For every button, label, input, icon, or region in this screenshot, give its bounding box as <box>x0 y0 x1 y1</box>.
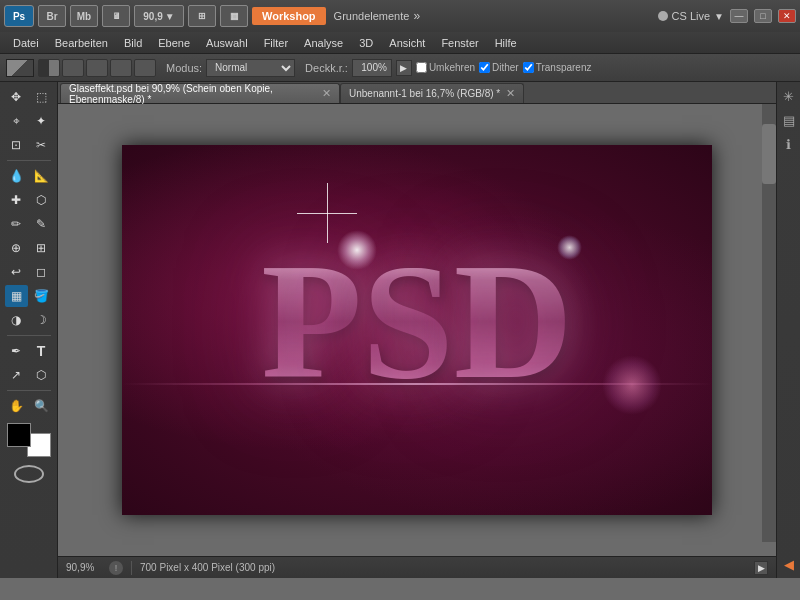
shape-btn-3[interactable] <box>86 59 108 77</box>
view-icon[interactable]: ⊞ <box>188 5 216 27</box>
lasso-tool[interactable]: ⌖ <box>5 110 28 132</box>
blur-tool[interactable]: ◑ <box>5 309 28 331</box>
shape-btn-5[interactable] <box>134 59 156 77</box>
history-tools: ↩ ◻ <box>5 261 53 283</box>
dither-checkbox-label[interactable]: Dither <box>479 62 519 73</box>
ps-logo: Ps <box>4 5 34 27</box>
canvas-scrollbar-right[interactable] <box>762 104 776 542</box>
fill-tools: ▦ 🪣 <box>5 285 53 307</box>
navigate-tools: ✋ 🔍 <box>5 395 53 417</box>
tab-glaseffekt[interactable]: Glaseffekt.psd bei 90,9% (Schein oben Ko… <box>60 83 340 103</box>
canvas-area: Glaseffekt.psd bei 90,9% (Schein oben Ko… <box>58 82 776 578</box>
tab-glaseffekt-close[interactable]: ✕ <box>322 87 331 100</box>
workspace-other-label: Grundelemente <box>334 10 410 22</box>
healing-tools: ✚ ⬡ <box>5 189 53 211</box>
patch-tool[interactable]: ⬡ <box>30 189 53 211</box>
move-tool[interactable]: ✥ <box>5 86 28 108</box>
ruler-tool[interactable]: 📐 <box>30 165 53 187</box>
options-bar: Modus: Normal Multiplizieren Aufhellen D… <box>0 54 800 82</box>
letter-p: P <box>261 239 362 404</box>
blur-tools: ◑ ☽ <box>5 309 53 331</box>
more-workspaces-icon[interactable]: » <box>413 9 420 23</box>
pen-tools: ✒ T <box>5 340 53 362</box>
cs-live-label: CS Live <box>672 10 711 22</box>
arrange-icon[interactable]: ▦ <box>220 5 248 27</box>
shape-btn-2[interactable] <box>62 59 84 77</box>
eraser-tool[interactable]: ◻ <box>30 261 53 283</box>
bridge-icon[interactable]: Br <box>38 5 66 27</box>
invert-checkbox[interactable] <box>416 62 427 73</box>
transparency-label: Transparenz <box>536 62 592 73</box>
display-icon[interactable]: 🖥 <box>102 5 130 27</box>
opacity-input[interactable] <box>352 59 392 77</box>
transparency-checkbox[interactable] <box>523 62 534 73</box>
magic-wand-tool[interactable]: ✦ <box>30 110 53 132</box>
tab-unbenannt[interactable]: Unbenannt-1 bei 16,7% (RGB/8) * ✕ <box>340 83 524 103</box>
workspace-active-btn[interactable]: Workshop <box>252 7 326 25</box>
menu-bild[interactable]: Bild <box>117 35 149 51</box>
mode-label: Modus: <box>166 62 202 74</box>
menu-fenster[interactable]: Fenster <box>434 35 485 51</box>
menu-bearbeiten[interactable]: Bearbeiten <box>48 35 115 51</box>
healing-brush-tool[interactable]: ✚ <box>5 189 28 211</box>
type-tool[interactable]: T <box>30 340 53 362</box>
pen-tool[interactable]: ✒ <box>5 340 28 362</box>
menu-auswahl[interactable]: Auswahl <box>199 35 255 51</box>
maximize-button[interactable]: □ <box>754 9 772 23</box>
menu-hilfe[interactable]: Hilfe <box>488 35 524 51</box>
history-brush-tool[interactable]: ↩ <box>5 261 28 283</box>
mini-bridge-icon[interactable]: Mb <box>70 5 98 27</box>
tab-glaseffekt-label: Glaseffekt.psd bei 90,9% (Schein oben Ko… <box>69 83 316 105</box>
marquee-tool[interactable]: ⬚ <box>30 86 53 108</box>
pattern-stamp-tool[interactable]: ⊞ <box>30 237 53 259</box>
menu-3d[interactable]: 3D <box>352 35 380 51</box>
menu-datei[interactable]: Datei <box>6 35 46 51</box>
brush-tool[interactable]: ✏ <box>5 213 28 235</box>
opacity-arrow[interactable]: ▶ <box>396 60 412 76</box>
slice-tool[interactable]: ✂ <box>30 134 53 156</box>
menu-ebene[interactable]: Ebene <box>151 35 197 51</box>
pencil-tool[interactable]: ✎ <box>30 213 53 235</box>
dodge-tool[interactable]: ☽ <box>30 309 53 331</box>
shape-btn-1[interactable] <box>38 59 60 77</box>
opacity-label: Deckk.r.: <box>305 62 348 74</box>
crop-tool[interactable]: ⊡ <box>5 134 28 156</box>
panel-collapse-btn[interactable]: ◀ <box>779 554 799 574</box>
toolbar-divider-2 <box>7 335 51 336</box>
letter-d: D <box>454 239 573 404</box>
menu-ansicht[interactable]: Ansicht <box>382 35 432 51</box>
quick-mask-btn[interactable] <box>5 463 53 485</box>
fill-tool[interactable]: 🪣 <box>30 285 53 307</box>
gradient-tool[interactable]: ▦ <box>5 285 28 307</box>
shape-btn-4[interactable] <box>110 59 132 77</box>
eyedropper-tool[interactable]: 💧 <box>5 165 28 187</box>
gradient-swatch[interactable] <box>6 59 34 77</box>
invert-checkbox-label[interactable]: Umkehren <box>416 62 475 73</box>
brush-shape-options <box>38 59 156 77</box>
shape-tool[interactable]: ⬡ <box>30 364 53 386</box>
tabs-bar: Glaseffekt.psd bei 90,9% (Schein oben Ko… <box>58 82 776 104</box>
zoom-tool[interactable]: 🔍 <box>30 395 53 417</box>
panel-histogram-btn[interactable]: ▤ <box>779 110 799 130</box>
toolbar-divider-3 <box>7 390 51 391</box>
warning-icon: ! <box>109 561 123 575</box>
scroll-right-btn[interactable]: ▶ <box>754 561 768 575</box>
close-button[interactable]: ✕ <box>778 9 796 23</box>
glow-line <box>122 383 712 385</box>
foreground-color-swatch[interactable] <box>7 423 31 447</box>
scroll-thumb-right[interactable] <box>762 124 776 184</box>
tab-unbenannt-close[interactable]: ✕ <box>506 87 515 100</box>
clone-stamp-tool[interactable]: ⊕ <box>5 237 28 259</box>
panel-info-btn[interactable]: ℹ <box>779 134 799 154</box>
transparency-checkbox-label[interactable]: Transparenz <box>523 62 592 73</box>
psd-canvas[interactable]: P S D P S D <box>122 145 712 515</box>
hand-tool[interactable]: ✋ <box>5 395 28 417</box>
dither-checkbox[interactable] <box>479 62 490 73</box>
menu-analyse[interactable]: Analyse <box>297 35 350 51</box>
panel-compass-btn[interactable]: ✳ <box>779 86 799 106</box>
cs-live-btn[interactable]: CS Live ▼ <box>658 10 724 22</box>
menu-filter[interactable]: Filter <box>257 35 295 51</box>
minimize-button[interactable]: — <box>730 9 748 23</box>
mode-select[interactable]: Normal Multiplizieren Aufhellen <box>206 59 295 77</box>
path-selection-tool[interactable]: ↗ <box>5 364 28 386</box>
